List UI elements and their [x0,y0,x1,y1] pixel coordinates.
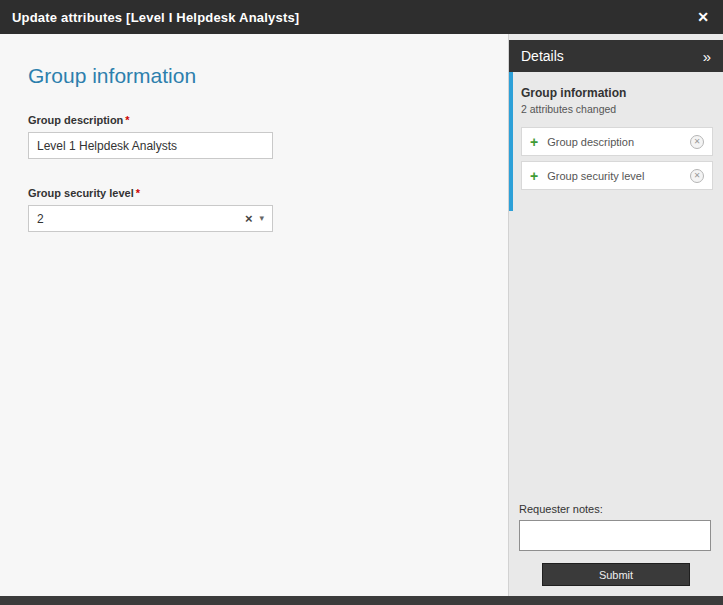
changed-attribute-row: + Group security level ✕ [521,161,713,190]
required-asterisk: * [136,187,140,199]
submit-button[interactable]: Submit [542,563,690,586]
collapse-panel-icon[interactable]: » [703,48,711,65]
group-description-label-text: Group description [28,114,123,126]
group-description-label: Group description* [28,114,480,126]
group-security-level-label: Group security level* [28,187,480,199]
dialog-bottom-strip [0,596,723,605]
combobox-selected-value: 2 [37,212,245,226]
plus-icon: + [530,169,538,183]
details-header-title: Details [521,48,564,64]
remove-change-icon[interactable]: ✕ [690,169,704,183]
main-content: Group information Group description* Gro… [0,34,508,596]
update-attributes-dialog: Update attributes [Level I Helpdesk Anal… [0,0,723,605]
details-sidebar: Details » Group information 2 attributes… [508,34,723,596]
submit-row: Submit [509,551,723,596]
requester-notes-section: Requester notes: [509,503,723,551]
changed-attribute-label: Group description [547,136,634,148]
close-icon[interactable]: ✕ [695,9,711,25]
field-group-description: Group description* [28,114,480,159]
changes-summary: 2 attributes changed [521,103,713,115]
remove-change-icon[interactable]: ✕ [690,135,704,149]
field-group-security-level: Group security level* 2 × ▾ [28,187,480,232]
requester-notes-input[interactable] [519,520,711,551]
group-security-level-label-text: Group security level [28,187,134,199]
details-header: Details » [509,40,723,72]
changed-attribute-label: Group security level [547,170,644,182]
dialog-titlebar: Update attributes [Level I Helpdesk Anal… [0,0,723,34]
chevron-down-icon[interactable]: ▾ [259,214,264,223]
plus-icon: + [530,135,538,149]
changed-attribute-row: + Group description ✕ [521,127,713,156]
page-title: Group information [28,64,480,88]
sidebar-spacer [509,211,723,503]
clear-icon[interactable]: × [245,212,253,225]
requester-notes-label: Requester notes: [519,503,711,515]
group-description-input[interactable] [28,132,273,159]
dialog-title: Update attributes [Level I Helpdesk Anal… [12,10,299,25]
required-asterisk: * [125,114,129,126]
changes-section-title: Group information [521,86,713,100]
changes-panel: Group information 2 attributes changed +… [509,72,723,211]
group-security-level-combobox[interactable]: 2 × ▾ [28,205,273,232]
dialog-body: Group information Group description* Gro… [0,34,723,596]
